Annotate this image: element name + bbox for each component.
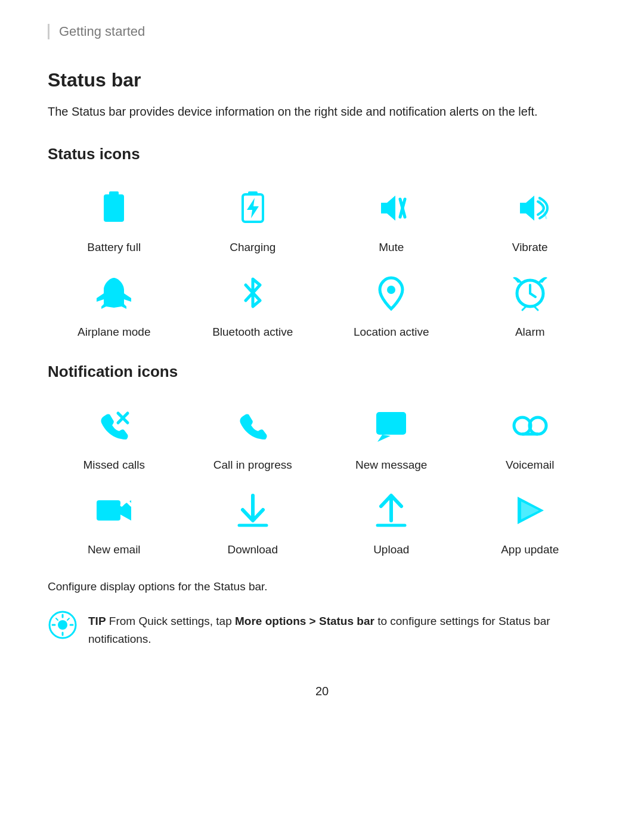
call-icon [226, 399, 280, 453]
tip-text-1: From Quick settings, tap [106, 615, 235, 627]
call-item: Call in progress [187, 399, 320, 472]
message-item: New message [325, 399, 458, 472]
download-label: Download [228, 543, 278, 556]
section-description: The Status bar provides device informati… [48, 102, 561, 121]
svg-point-10 [387, 286, 395, 294]
tip-section: TIP From Quick settings, tap More option… [48, 610, 584, 649]
airplane-item: Airplane mode [48, 266, 181, 339]
tip-label: TIP [88, 615, 106, 627]
svg-marker-4 [247, 198, 259, 218]
email-icon [87, 484, 141, 537]
message-icon [364, 399, 418, 453]
page-title: Status bar [48, 69, 596, 91]
bluetooth-item: Bluetooth active [187, 266, 320, 339]
alarm-item: Alarm [464, 266, 597, 339]
voicemail-icon [503, 399, 557, 453]
notification-icons-heading: Notification icons [48, 363, 596, 381]
tip-text: TIP From Quick settings, tap More option… [88, 610, 584, 649]
app-update-icon [503, 484, 557, 537]
svg-line-13 [530, 293, 535, 297]
voicemail-label: Voicemail [506, 459, 554, 472]
app-update-label: App update [501, 543, 559, 556]
charging-icon [226, 181, 280, 235]
battery-full-label: Battery full [87, 241, 141, 254]
battery-full-item: Battery full [48, 181, 181, 254]
svg-rect-0 [104, 194, 124, 222]
svg-rect-18 [376, 412, 406, 435]
upload-item: Upload [325, 484, 458, 556]
bluetooth-label: Bluetooth active [212, 326, 293, 339]
message-label: New message [355, 459, 427, 472]
status-icons-grid: Battery full Charging Mute [48, 181, 596, 339]
svg-marker-8 [520, 196, 534, 221]
notification-icons-grid: Missed calls Call in progress New messag… [48, 399, 596, 556]
mute-item: Mute [325, 181, 458, 254]
airplane-icon [87, 266, 141, 320]
upload-label: Upload [373, 543, 409, 556]
mute-label: Mute [379, 241, 404, 254]
svg-rect-1 [109, 191, 119, 196]
breadcrumb: Getting started [48, 24, 596, 39]
svg-line-40 [67, 618, 69, 620]
vibrate-icon [503, 181, 557, 235]
svg-rect-3 [248, 191, 258, 196]
email-item: New email [48, 484, 181, 556]
vibrate-item: Vibrate [464, 181, 597, 254]
call-label: Call in progress [213, 459, 292, 472]
bluetooth-icon [226, 266, 280, 320]
location-item: Location active [325, 266, 458, 339]
download-item: Download [187, 484, 320, 556]
charging-item: Charging [187, 181, 320, 254]
airplane-label: Airplane mode [78, 326, 151, 339]
vibrate-label: Vibrate [512, 241, 548, 254]
page-number: 20 [48, 685, 596, 698]
mute-icon [364, 181, 418, 235]
configure-text: Configure display options for the Status… [48, 580, 596, 593]
location-icon [364, 266, 418, 320]
svg-marker-19 [377, 435, 391, 442]
charging-label: Charging [230, 241, 275, 254]
status-icons-heading: Status icons [48, 145, 596, 163]
app-update-item: App update [464, 484, 597, 556]
alarm-label: Alarm [515, 326, 545, 339]
svg-marker-5 [381, 196, 395, 221]
email-label: New email [88, 543, 141, 556]
svg-point-38 [58, 620, 67, 630]
svg-line-14 [522, 306, 526, 310]
missed-calls-label: Missed calls [83, 459, 145, 472]
missed-calls-icon [87, 399, 141, 453]
tip-icon [48, 610, 78, 640]
voicemail-item: Voicemail [464, 399, 597, 472]
upload-icon [364, 484, 418, 537]
tip-bold: More options > Status bar [235, 615, 374, 627]
download-icon [226, 484, 280, 537]
battery-full-icon [87, 181, 141, 235]
missed-calls-item: Missed calls [48, 399, 181, 472]
location-label: Location active [354, 326, 429, 339]
alarm-icon [503, 266, 557, 320]
svg-rect-23 [97, 500, 120, 521]
svg-line-39 [56, 618, 58, 620]
svg-line-15 [534, 306, 538, 310]
